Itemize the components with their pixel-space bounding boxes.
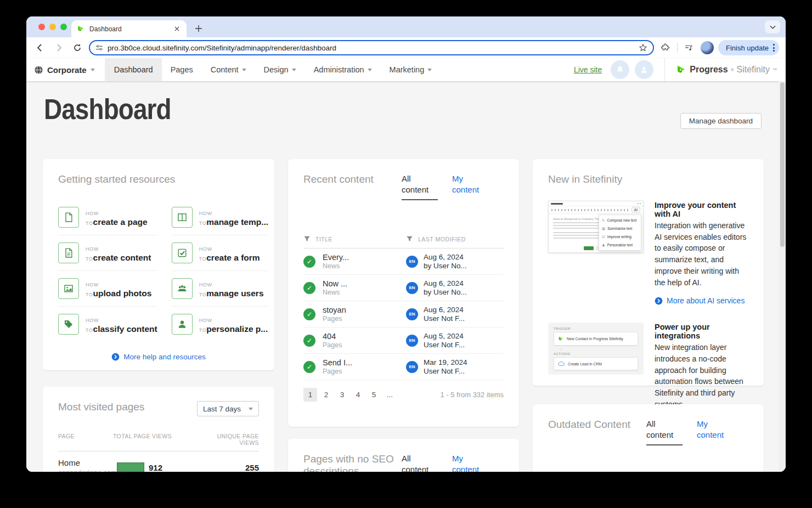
sitefinity-favicon xyxy=(77,25,85,33)
address-bar[interactable]: pro.3b0ce.cloud.sitefinity.com/Sitefinit… xyxy=(89,40,654,55)
browser-menu-kebab-icon[interactable] xyxy=(773,44,775,52)
howto-upload-photos[interactable]: HOW TOupload photos xyxy=(58,271,157,307)
maximize-window-button[interactable] xyxy=(60,24,67,30)
feature-heading: Improve your content with AI xyxy=(655,201,748,218)
chevron-down-icon xyxy=(242,69,246,71)
published-check-icon xyxy=(303,282,315,294)
howto-manage-users[interactable]: HOW TOmanage users xyxy=(172,271,268,307)
nav-item-design[interactable]: Design xyxy=(255,58,305,81)
browser-tab[interactable]: Dashboard xyxy=(71,20,187,37)
manage-dashboard-button[interactable]: Manage dashboard xyxy=(680,113,762,129)
language-badge: EN xyxy=(406,256,418,268)
nav-item-pages[interactable]: Pages xyxy=(162,58,202,81)
window-controls xyxy=(38,24,67,30)
bookmark-star-icon[interactable] xyxy=(639,43,647,52)
site-selector[interactable]: Corporate xyxy=(26,58,105,81)
ai-dropdown-button: AI xyxy=(631,207,640,213)
chevron-down-icon xyxy=(249,408,253,410)
howto-create-a-page[interactable]: HOW TOcreate a page xyxy=(58,200,157,235)
page-button-2[interactable]: 2 xyxy=(319,388,333,402)
howto-personalize-pages[interactable]: HOW TOpersonalize p... xyxy=(172,307,268,342)
nav-item-administration[interactable]: Administration xyxy=(305,58,381,81)
minimize-window-button[interactable] xyxy=(49,24,56,30)
integration-flow-thumbnail: TRIGGER New Contact in Progress Sitefini… xyxy=(548,323,644,375)
language-badge: EN xyxy=(406,308,418,320)
outdated-content-card: Outdated Content All content My content xyxy=(533,404,764,472)
published-check-icon xyxy=(303,361,315,373)
page-button-3[interactable]: 3 xyxy=(335,388,349,402)
tab-all-content[interactable]: All content xyxy=(402,453,438,472)
card-title: New in Sitefinity xyxy=(548,173,748,185)
language-badge: EN xyxy=(406,335,418,347)
users-icon xyxy=(172,278,193,299)
extensions-puzzle-icon[interactable] xyxy=(658,41,673,55)
nav-item-marketing[interactable]: Marketing xyxy=(381,58,441,81)
url-text[interactable]: pro.3b0ce.cloud.sitefinity.com/Sitefinit… xyxy=(108,44,634,52)
flow-connector-arrow: ↓ xyxy=(554,346,638,352)
page-button-5[interactable]: 5 xyxy=(367,388,381,402)
table-row[interactable]: 404Pages EN Aug 5, 2024User Not F... xyxy=(303,328,504,354)
pagination: 1 2 3 4 5 ... 1 - 5 from 332 items xyxy=(303,388,504,402)
navbar-divider xyxy=(664,58,665,81)
back-button[interactable] xyxy=(33,41,47,55)
tab-all-content[interactable]: All content xyxy=(402,173,438,200)
cloud-icon xyxy=(558,361,565,366)
table-row[interactable]: Now ...News EN Aug 6, 2024by User No... xyxy=(303,275,504,301)
finish-update-button[interactable]: Finish update xyxy=(718,40,779,55)
nav-item-dashboard[interactable]: Dashboard xyxy=(105,58,162,81)
user-profile-icon[interactable] xyxy=(635,60,653,79)
chevron-down-icon xyxy=(91,69,95,71)
tab-my-content[interactable]: My content xyxy=(452,453,488,472)
card-title: Outdated Content xyxy=(548,419,630,431)
table-row[interactable]: Send I...Pages EN Mar 19, 2024User Not F… xyxy=(303,354,504,380)
table-row[interactable]: stoyanPages EN Aug 6, 2024User Not F... xyxy=(303,301,504,328)
table-row[interactable]: Every...News EN Aug 6, 2024by User No... xyxy=(303,249,504,275)
reading-list-icon[interactable] xyxy=(682,41,696,55)
page-button-4[interactable]: 4 xyxy=(351,388,365,402)
column-header: PAGE xyxy=(58,433,113,446)
tab-all-content[interactable]: All content xyxy=(646,419,683,445)
howto-create-a-form[interactable]: HOW TOcreate a form xyxy=(172,235,268,271)
new-in-sitefinity-card: New in Sitefinity AI How to Respond to I… xyxy=(533,159,764,386)
howto-manage-templates[interactable]: HOW TOmanage temp... xyxy=(172,200,268,235)
date-range-select[interactable]: Last 7 days xyxy=(197,401,259,416)
language-badge: EN xyxy=(406,282,418,294)
column-header: LAST MODIFIED xyxy=(418,236,466,242)
new-tab-button[interactable] xyxy=(193,23,204,34)
feature-ai: AI How to Respond to Industry Trend ✎Com… xyxy=(548,201,748,306)
filter-icon[interactable] xyxy=(303,235,311,242)
close-window-button[interactable] xyxy=(38,24,45,30)
trigger-box: New Contact in Progress Sitefinity xyxy=(554,332,638,346)
more-about-ai-link[interactable]: More about AI services xyxy=(655,296,748,306)
card-title: Getting started resources xyxy=(58,173,259,185)
page-button-more[interactable]: ... xyxy=(383,388,397,402)
tab-list-chevron-icon[interactable] xyxy=(765,20,780,33)
more-help-link[interactable]: More help and resources xyxy=(58,353,259,361)
page-button-1[interactable]: 1 xyxy=(303,388,317,402)
howto-classify-content[interactable]: HOW TOclassify content xyxy=(58,307,157,342)
scrollbar-thumb[interactable] xyxy=(780,82,785,247)
feature-body: New integration layer introduces a no-co… xyxy=(655,342,748,410)
table-row[interactable]: Home corianderlane.com 912 255 xyxy=(58,451,259,472)
forward-button[interactable] xyxy=(52,41,66,55)
pages-no-seo-card: Pages with no SEO descriptions All conte… xyxy=(288,439,519,472)
getting-started-card: Getting started resources HOW TOcreate a… xyxy=(43,159,274,370)
browser-tab-strip: Dashboard xyxy=(26,16,786,37)
notifications-bell-icon[interactable] xyxy=(611,60,629,79)
profile-avatar[interactable] xyxy=(701,41,714,54)
ai-menu: ✎Compose new text ▤Summarize text ☑Impro… xyxy=(599,215,641,251)
page-scrollbar[interactable] xyxy=(779,81,786,472)
reload-button[interactable] xyxy=(70,41,84,55)
published-check-icon xyxy=(303,335,315,347)
globe-icon xyxy=(34,65,43,75)
tab-my-content[interactable]: My content xyxy=(452,173,488,200)
site-info-icon[interactable] xyxy=(95,44,103,52)
live-site-link[interactable]: Live site xyxy=(574,65,602,74)
filter-icon[interactable] xyxy=(406,235,413,242)
tag-icon xyxy=(58,314,79,335)
howto-create-content[interactable]: HOW TOcreate content xyxy=(58,235,157,271)
tab-my-content[interactable]: My content xyxy=(697,419,733,445)
nav-item-content[interactable]: Content xyxy=(202,58,255,81)
feature-heading: Power up your integrations xyxy=(655,323,748,340)
tab-close-icon[interactable] xyxy=(172,25,181,33)
